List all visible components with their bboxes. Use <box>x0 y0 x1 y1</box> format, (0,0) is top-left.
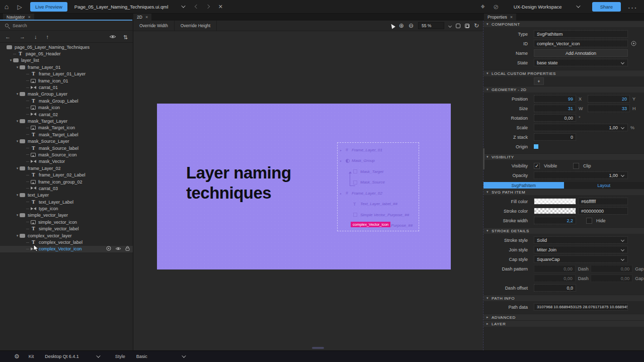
artboard-layer-list[interactable]: complex_Vector_icon ▸#Frame_Layer_01▸Mas… <box>337 142 419 231</box>
type-field[interactable]: SvgPathItem <box>534 30 628 38</box>
path-data-field[interactable]: 3107968 10.6689453125 28.076171875 10.66… <box>534 303 628 311</box>
tree-item-frame_Layer_01_Layer[interactable]: Tframe_Layer_01_Layer <box>0 71 133 77</box>
expand-caret-icon[interactable]: ▾ <box>15 213 20 217</box>
scale-dropdown[interactable]: 1,00 <box>534 124 628 131</box>
position-y-field[interactable]: 20 <box>588 95 630 103</box>
kit-chevron-icon[interactable] <box>96 353 100 357</box>
join-style-dropdown[interactable]: Miter Join <box>534 246 628 253</box>
close-file-icon[interactable] <box>218 3 222 11</box>
section-advanced[interactable]: ▸ ADVANCED <box>484 314 644 320</box>
hide-checkbox[interactable] <box>586 218 592 224</box>
tree-item-carrat_02[interactable]: carrat_02 <box>0 111 133 118</box>
workspace-chevron-icon[interactable] <box>576 4 580 8</box>
tab-2d-close-icon[interactable]: × <box>145 15 148 20</box>
home-icon[interactable] <box>0 3 13 11</box>
canvas-horizontal-scrollbar[interactable] <box>312 347 324 349</box>
stroke-color-swatch[interactable] <box>534 208 576 214</box>
gap1-field[interactable]: 0,00 <box>591 265 632 273</box>
opacity-dropdown[interactable]: 1,00 <box>534 171 628 179</box>
move-up-icon[interactable]: ↑ <box>46 34 49 40</box>
gap2-field[interactable]: 0,00 <box>591 275 632 282</box>
tree-item-mask_Target_Label[interactable]: Tmask_Target_Label <box>0 131 133 138</box>
visibility-eye-icon[interactable] <box>115 246 121 252</box>
tree-item-complex_Vector_icon[interactable]: complex_Vector_icon <box>0 246 133 252</box>
section-geometry[interactable]: ▾ GEOMETRY - 2D <box>484 86 644 93</box>
file-dropdown-chevron-icon[interactable] <box>181 4 185 8</box>
tree-item-mask_Target_Layer[interactable]: ▾mask_Target_Layer <box>0 118 133 124</box>
lock-icon[interactable] <box>125 246 130 252</box>
cap-style-dropdown[interactable]: SquareCap <box>534 255 628 263</box>
dash2-field[interactable]: 0,00 <box>534 275 576 282</box>
tree-item-text_Layer_Label[interactable]: Ttext_Layer_Label <box>0 199 133 205</box>
tree-item-frame_Layer_02[interactable]: ▾frame_Layer_02 <box>0 165 133 171</box>
tree-item-mask_Group_Label[interactable]: Tmask_Group_Label <box>0 98 133 104</box>
share-button[interactable]: Share <box>592 2 621 12</box>
sync-disabled-icon[interactable] <box>490 3 503 11</box>
tree-item-page_05_Layer_Naming_Techniques[interactable]: page_05_Layer_Naming_Techniques <box>0 44 133 50</box>
live-preview-button[interactable]: Live Preview <box>30 2 67 12</box>
zoom-selection-icon[interactable] <box>465 24 469 28</box>
tab-svgpathitem[interactable]: SvgPathItem <box>484 182 564 189</box>
tree-item-frame_Layer_01[interactable]: ▾frame_Layer_01 <box>0 64 133 70</box>
annotation-target-icon[interactable] <box>476 2 490 11</box>
rotation-field[interactable]: 0,00 <box>534 114 576 122</box>
zoom-dropdown-chevron-icon[interactable] <box>448 24 452 27</box>
section-component[interactable]: ▾ COMPONENT <box>484 21 644 27</box>
select-tool-icon[interactable] <box>389 23 395 29</box>
expand-caret-icon[interactable]: ▾ <box>15 234 20 238</box>
sort-order-icon[interactable] <box>123 32 128 41</box>
tree-item-mask_Group_Layer[interactable]: ▾mask_Group_Layer <box>0 91 133 98</box>
tree-item-mask_Source_label[interactable]: Tmask_Source_label <box>0 145 133 151</box>
size-h-field[interactable]: 33 <box>588 105 630 112</box>
expand-caret-icon[interactable]: ▾ <box>15 139 20 143</box>
dash-offset-field[interactable]: 0,0 <box>534 284 576 292</box>
fill-color-swatch[interactable] <box>534 198 576 205</box>
back-icon[interactable] <box>195 5 199 9</box>
expand-caret-icon[interactable]: ▾ <box>15 166 20 170</box>
tree-item-layer_list[interactable]: ▾layer_list <box>0 57 133 64</box>
fill-color-hex-field[interactable]: #66ffffff <box>578 198 628 205</box>
run-icon[interactable] <box>13 3 26 11</box>
tab-properties[interactable]: Properties × <box>484 14 516 21</box>
expand-caret-icon[interactable]: ▾ <box>15 193 20 197</box>
move-left-icon[interactable]: ← <box>5 34 11 40</box>
tree-item-mask_Source_icon[interactable]: mask_Source_icon <box>0 151 133 158</box>
tree-item-complex_vector_label[interactable]: Tcomplex_vector_label <box>0 239 133 245</box>
zoom-level-field[interactable]: 55 % <box>418 22 444 29</box>
position-x-field[interactable]: 99 <box>534 95 576 103</box>
state-dropdown[interactable]: base state <box>534 59 628 66</box>
forward-icon[interactable] <box>206 5 210 9</box>
expand-caret-icon[interactable]: ▾ <box>9 58 13 62</box>
tree-item-frame_Layer_02_Label[interactable]: Tframe_Layer_02_Label <box>0 171 133 178</box>
tree-item-simple_vector_label[interactable]: Tsimple_vector_label <box>0 226 133 232</box>
expand-caret-icon[interactable]: ▾ <box>15 119 20 123</box>
section-path-info[interactable]: ▾ PATH INFO <box>484 295 644 301</box>
id-field[interactable]: complex_Vector_icon <box>534 40 628 47</box>
override-height-button[interactable]: Override Height <box>175 21 217 31</box>
section-local-custom[interactable]: ▾ LOCAL CUSTOM PROPERTIES <box>484 70 644 76</box>
clip-checkbox[interactable] <box>573 163 579 169</box>
export-alias-icon[interactable] <box>631 41 636 46</box>
add-annotation-button[interactable]: Add Annotation <box>534 49 628 57</box>
tree-item-carrat_01[interactable]: carrat_01 <box>0 84 133 90</box>
tree-item-mask_Vector[interactable]: mask_Vector <box>0 158 133 165</box>
dash1-field[interactable]: 0,00 <box>534 265 576 273</box>
visible-checkbox[interactable]: ✓ <box>534 163 540 169</box>
search-input[interactable] <box>13 23 113 28</box>
reset-view-icon[interactable] <box>474 22 479 29</box>
properties-scrollbar[interactable] <box>483 148 485 169</box>
move-right-icon[interactable]: → <box>20 34 25 40</box>
tree-item-mask_Target_icon[interactable]: mask_Target_icon <box>0 125 133 131</box>
tree-item-mask_Source_Layer[interactable]: ▾mask_Source_Layer <box>0 138 133 144</box>
style-chevron-icon[interactable] <box>182 353 186 357</box>
tree-item-simple_vector_layer[interactable]: ▾simple_vector_layer <box>0 212 133 219</box>
expand-caret-icon[interactable]: ▾ <box>15 65 20 69</box>
fit-screen-icon[interactable] <box>456 24 460 28</box>
expand-caret-icon[interactable]: ▾ <box>15 92 20 96</box>
zoom-in-icon[interactable] <box>399 22 404 29</box>
stroke-color-hex-field[interactable]: #00000000 <box>578 207 628 215</box>
tab-layout[interactable]: Layout <box>564 182 644 189</box>
stroke-style-dropdown[interactable]: Solid <box>534 236 628 244</box>
tree-item-text_Layer[interactable]: ▾text_Layer <box>0 192 133 199</box>
file-tab[interactable]: Page_05_Layer_Naming_Techniques.ui.qml <box>74 3 223 11</box>
